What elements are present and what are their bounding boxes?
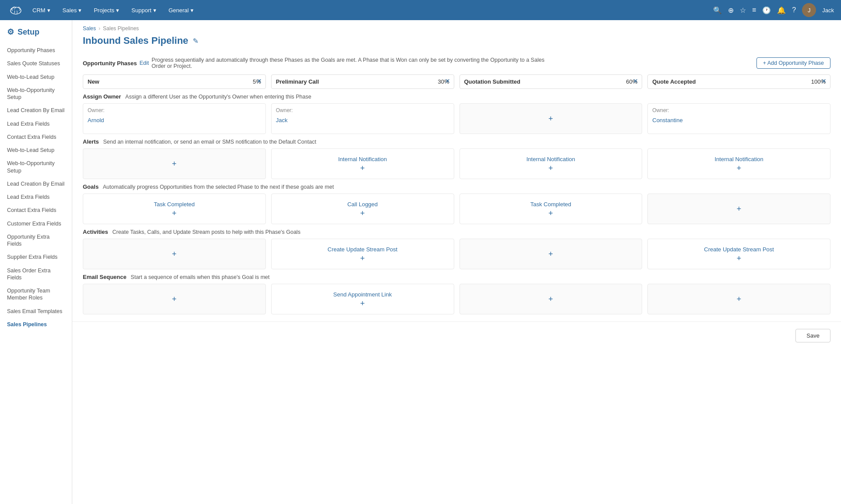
sidebar-item-web-to-lead-setup-2[interactable]: Web-to-Lead Setup: [0, 144, 72, 157]
phase-card-preliminary-call: ✕ Preliminary Call 30%: [271, 74, 454, 89]
goal-value-2[interactable]: Task Completed: [530, 201, 571, 208]
activity-value-1[interactable]: Create Update Stream Post: [328, 246, 398, 253]
alert-add-btn-2[interactable]: +: [548, 164, 553, 172]
sidebar-item-web-to-opportunity-setup[interactable]: Web-to-Opportunity Setup: [0, 84, 72, 104]
sidebar-item-lead-creation-by-email[interactable]: Lead Creation By Email: [0, 104, 72, 117]
owner-cards-grid: Owner: Arnold Owner: Jack + Owner: Const…: [83, 103, 830, 134]
nav-support[interactable]: Support ▾: [127, 5, 161, 15]
assign-owner-desc: Assign a different User as the Opportuni…: [125, 94, 311, 100]
assign-owner-label: Assign Owner: [83, 93, 121, 100]
email-value-1[interactable]: Send Appointment Link: [333, 291, 392, 298]
search-icon[interactable]: 🔍: [713, 6, 722, 14]
sidebar-item-sales-email-templates[interactable]: Sales Email Templates: [0, 305, 72, 318]
sidebar-item-customer-extra-fields[interactable]: Customer Extra Fields: [0, 217, 72, 230]
goal-card-2: Task Completed +: [459, 194, 643, 224]
add-icon[interactable]: ⊕: [728, 6, 734, 14]
sidebar-item-web-to-opportunity-setup-2[interactable]: Web-to-Opportunity Setup: [0, 157, 72, 177]
email-sequence-label: Email Sequence: [83, 274, 127, 280]
activity-card-2-empty: +: [459, 239, 643, 269]
activity-value-3[interactable]: Create Update Stream Post: [704, 246, 774, 253]
goals-desc: Automatically progress Opportunities fro…: [103, 184, 334, 190]
phase-close-icon-preliminary[interactable]: ✕: [445, 78, 450, 85]
top-navigation: CRM ▾ Sales ▾ Projects ▾ Support ▾ Gener…: [0, 0, 841, 20]
sidebar-item-contact-extra-fields-2[interactable]: Contact Extra Fields: [0, 204, 72, 217]
sidebar-item-sales-quote-statuses[interactable]: Sales Quote Statuses: [0, 57, 72, 70]
goal-card-3-empty: +: [647, 194, 830, 224]
activity-add-btn-0[interactable]: +: [172, 250, 177, 258]
goals-section: Goals Automatically progress Opportuniti…: [72, 179, 841, 224]
email-add-btn-0[interactable]: +: [172, 295, 177, 303]
logo-icon[interactable]: [7, 4, 25, 16]
activity-add-btn-3[interactable]: +: [737, 254, 742, 262]
user-name[interactable]: Jack: [822, 7, 834, 14]
owner-value-1[interactable]: Jack: [276, 117, 288, 123]
clock-icon[interactable]: 🕐: [762, 6, 771, 14]
phase-card-quotation-submitted: ✕ Quotation Submitted 60%: [459, 74, 643, 89]
phase-close-icon-quote-accepted[interactable]: ✕: [821, 78, 827, 85]
phase-close-icon-quotation[interactable]: ✕: [633, 78, 638, 85]
owner-value-0[interactable]: Arnold: [88, 117, 104, 123]
page-title-row: Inbound Sales Pipeline ✎: [72, 35, 841, 53]
alert-value-2[interactable]: Internal Notification: [527, 156, 575, 162]
gear-icon: ⚙: [7, 27, 14, 37]
owner-value-3[interactable]: Constantine: [652, 117, 682, 123]
alert-card-1: Internal Notification +: [271, 148, 454, 179]
goal-value-0[interactable]: Task Completed: [154, 201, 194, 208]
email-add-btn-2[interactable]: +: [548, 295, 553, 303]
star-icon[interactable]: ☆: [740, 6, 746, 14]
nav-sales[interactable]: Sales ▾: [58, 5, 86, 15]
sidebar-item-opportunity-phases[interactable]: Opportunity Phases: [0, 44, 72, 57]
activities-cards-grid: + Create Update Stream Post + + Create U…: [83, 239, 830, 269]
alerts-desc: Send an internal notification, or send a…: [103, 139, 316, 145]
sidebar-item-sales-order-extra-fields[interactable]: Sales Order Extra Fields: [0, 264, 72, 285]
phases-grid: ✕ New 5% ✕ Preliminary Call 30% ✕ Quotat…: [72, 72, 841, 89]
alert-value-1[interactable]: Internal Notification: [338, 156, 387, 162]
phases-description: Progress sequentially and automatically …: [152, 57, 546, 69]
sidebar-item-lead-creation-by-email-2[interactable]: Lead Creation By Email: [0, 177, 72, 190]
phases-edit-link[interactable]: Edit: [140, 60, 149, 66]
owner-plus-icon-2[interactable]: +: [548, 114, 553, 123]
sidebar-item-web-to-lead-setup[interactable]: Web-to-Lead Setup: [0, 70, 72, 84]
sidebar-item-sales-pipelines[interactable]: Sales Pipelines: [0, 318, 72, 331]
email-sequence-cards-grid: + Send Appointment Link + + +: [83, 284, 830, 314]
page-title: Inbound Sales Pipeline: [83, 35, 188, 46]
email-add-btn-3[interactable]: +: [737, 295, 742, 303]
nav-projects[interactable]: Projects ▾: [89, 5, 124, 15]
sidebar-item-lead-extra-fields-2[interactable]: Lead Extra Fields: [0, 190, 72, 204]
goal-add-btn-3[interactable]: +: [737, 205, 742, 213]
goal-value-1[interactable]: Call Logged: [347, 201, 378, 208]
sidebar-item-supplier-extra-fields[interactable]: Supplier Extra Fields: [0, 250, 72, 264]
email-card-2-empty: +: [459, 284, 643, 314]
phase-card-quote-accepted: ✕ Quote Accepted 100%: [647, 74, 830, 89]
activity-add-btn-1[interactable]: +: [360, 254, 365, 262]
save-button[interactable]: Save: [795, 329, 830, 342]
phase-name-quote-accepted: Quote Accepted: [652, 78, 696, 85]
alert-add-btn-0[interactable]: +: [172, 160, 177, 168]
activity-add-btn-2[interactable]: +: [548, 250, 553, 258]
email-add-btn-1[interactable]: +: [360, 300, 365, 307]
nav-general[interactable]: General ▾: [164, 5, 198, 15]
sidebar-item-contact-extra-fields[interactable]: Contact Extra Fields: [0, 130, 72, 144]
breadcrumb-sales[interactable]: Sales: [83, 25, 96, 32]
goal-add-btn-2[interactable]: +: [548, 209, 553, 217]
nav-crm[interactable]: CRM ▾: [28, 5, 55, 15]
bell-icon[interactable]: 🔔: [777, 6, 786, 14]
alert-card-2: Internal Notification +: [459, 148, 643, 179]
add-opportunity-phase-button[interactable]: + Add Opportunity Phase: [756, 57, 830, 69]
goals-cards-grid: Task Completed + Call Logged + Task Comp…: [83, 194, 830, 224]
email-sequence-section: Email Sequence Start a sequence of email…: [72, 269, 841, 314]
phase-close-icon-new[interactable]: ✕: [257, 78, 262, 85]
sidebar-item-opportunity-team-member-roles[interactable]: Opportunity Team Member Roles: [0, 284, 72, 305]
goal-add-btn-1[interactable]: +: [360, 209, 365, 217]
alert-card-0-empty: +: [83, 148, 266, 179]
alert-add-btn-3[interactable]: +: [737, 164, 742, 172]
alert-value-3[interactable]: Internal Notification: [714, 156, 763, 162]
sidebar-item-opportunity-extra-fields[interactable]: Opportunity Extra Fields: [0, 230, 72, 251]
edit-title-icon[interactable]: ✎: [193, 37, 198, 45]
alert-add-btn-1[interactable]: +: [360, 164, 365, 172]
goal-add-btn-0[interactable]: +: [172, 209, 177, 217]
help-icon[interactable]: ?: [792, 6, 796, 14]
list-icon[interactable]: ≡: [752, 6, 756, 14]
avatar[interactable]: J: [802, 3, 816, 17]
sidebar-item-lead-extra-fields[interactable]: Lead Extra Fields: [0, 117, 72, 130]
